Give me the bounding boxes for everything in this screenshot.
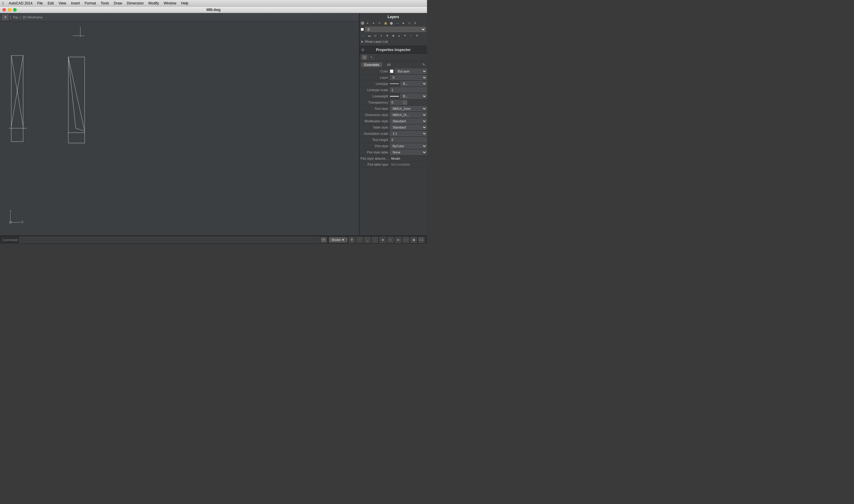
app-name[interactable]: AutoCAD 2014 xyxy=(8,1,32,5)
lineweight-select[interactable]: B... xyxy=(400,93,427,99)
layer-lineweight-btn[interactable]: ■ xyxy=(401,21,406,25)
linetype-scale-input[interactable] xyxy=(390,87,427,93)
maximize-button[interactable] xyxy=(13,8,17,12)
insert-menu[interactable]: Insert xyxy=(71,1,80,5)
pi-icon-pencil[interactable]: ✎ xyxy=(369,55,374,60)
layer-icon-6[interactable]: ◆ xyxy=(390,33,396,38)
layer-lock-btn[interactable]: 🔒 xyxy=(383,21,388,25)
prop-value-color: ByLayer xyxy=(390,69,427,74)
command-prompt: Command: ✕ xyxy=(2,237,327,243)
properties-inspector: Properties Inspector ☰ ✎ Essentials All … xyxy=(360,46,427,235)
multileader-style-select[interactable]: Standard xyxy=(390,119,427,124)
prop-row-annotation-scale: Annotation scale 1:1 xyxy=(360,131,427,137)
layer-icon-9[interactable]: + xyxy=(408,33,414,38)
table-style-select[interactable]: Standard xyxy=(390,125,427,130)
prop-row-text-style: Text style MM14_2mm xyxy=(360,106,427,112)
layer-icon-5[interactable]: ■ xyxy=(385,33,390,38)
color-select[interactable]: ByLayer xyxy=(395,69,427,74)
status-bar: Command: ✕ Model ▼ ╋ ⁝ ⎯ ⋮ ■ ◇ ◈ ― ▣ 1:1 xyxy=(0,235,427,244)
minimize-button[interactable] xyxy=(8,8,11,12)
model-tab-label: Model xyxy=(332,238,341,241)
text-style-select[interactable]: MM14_2mm xyxy=(390,106,427,111)
prop-row-layer: Layer 0 xyxy=(360,74,427,81)
ortho-icon[interactable]: ⎯ xyxy=(364,237,371,243)
tmodel-icon[interactable]: ▣ xyxy=(410,237,417,243)
layer-icon-2[interactable]: ▬ xyxy=(367,33,372,38)
show-layer-list-arrow: ▶ xyxy=(361,40,363,43)
layer-color-btn[interactable]: ⬤ xyxy=(389,21,394,25)
prop-value-lineweight: B... xyxy=(390,93,427,99)
svg-rect-4 xyxy=(68,57,85,143)
tools-menu[interactable]: Tools xyxy=(101,1,109,5)
layer-btn-2[interactable]: ● xyxy=(371,21,376,25)
apple-menu[interactable]:  xyxy=(2,1,4,6)
layer-freeze-btn[interactable]: ☀ xyxy=(377,21,382,25)
dynmode-icon[interactable]: ◈ xyxy=(395,237,402,243)
lineweight-icon[interactable]: ― xyxy=(403,237,409,243)
dimension-menu[interactable]: Dimension xyxy=(127,1,144,5)
prop-label-lineweight: Lineweight xyxy=(360,94,390,98)
text-height-input[interactable] xyxy=(390,137,427,143)
pi-icon-bar: ☰ ✎ xyxy=(360,54,427,61)
view-mode-label[interactable]: 2D Wireframe xyxy=(22,15,42,19)
grid-icon[interactable]: ⁝ xyxy=(356,237,363,243)
plot-style-table-select[interactable]: None xyxy=(390,149,427,155)
layers-toolbar-row1: ● ● ☀ 🔒 ⬤ — ■ ⎙ ⚙ xyxy=(360,20,427,26)
transparency-btn[interactable]: … xyxy=(402,100,407,105)
layer-icon-10[interactable]: ⚙ xyxy=(414,33,420,38)
cmd-close-btn[interactable]: ✕ xyxy=(321,237,327,242)
layer-icon-3[interactable]: ◎ xyxy=(373,33,378,38)
viewport[interactable]: ▼ | Top | 2D Wireframe xyxy=(0,13,359,235)
draw-menu[interactable]: Draw xyxy=(114,1,122,5)
osnap-icon[interactable]: ■ xyxy=(379,237,386,243)
layers-section: Layers ● ● ☀ 🔒 ⬤ — ■ ⎙ ⚙ 0 xyxy=(360,13,427,46)
window-menu[interactable]: Window xyxy=(164,1,176,5)
layer-icon-8[interactable]: ▼ xyxy=(402,33,408,38)
pi-tab-all[interactable]: All xyxy=(384,62,393,67)
linetype-line xyxy=(390,84,399,84)
prop-label-plot-table-type: Plot table type xyxy=(360,163,390,166)
view-menu[interactable]: View xyxy=(58,1,66,5)
pi-title: Properties Inspector xyxy=(376,48,411,52)
command-input[interactable] xyxy=(20,237,320,243)
layer-icon-4[interactable]: ● xyxy=(379,33,384,38)
layer-settings-btn[interactable]: ⚙ xyxy=(412,21,418,25)
scale-icon[interactable]: 1:1 xyxy=(418,237,425,243)
plot-style-select[interactable]: ByColor xyxy=(390,143,427,149)
pi-close-dot xyxy=(361,48,364,51)
pi-tab-essentials[interactable]: Essentials xyxy=(361,62,382,67)
right-panel: Layers ● ● ☀ 🔒 ⬤ — ■ ⎙ ⚙ 0 xyxy=(359,13,427,235)
annotation-scale-select[interactable]: 1:1 xyxy=(390,131,427,136)
viewport-canvas[interactable]: Y X 3216.9340, 10676.1524, 0.0000 xyxy=(0,21,359,235)
pi-edit-icon[interactable]: ✎ xyxy=(422,62,425,67)
polar-icon[interactable]: ⋮ xyxy=(372,237,378,243)
modify-menu[interactable]: Modify xyxy=(148,1,159,5)
vp-menu-btn[interactable]: ▼ xyxy=(2,15,8,20)
linetype-select[interactable]: B... xyxy=(400,81,427,86)
layer-name-select[interactable]: 0 xyxy=(365,27,426,32)
layer-select[interactable]: 0 xyxy=(390,75,427,80)
model-tab[interactable]: Model ▼ xyxy=(329,237,348,242)
layer-icon-1[interactable]: ◌ xyxy=(361,33,366,38)
layer-icon-7[interactable]: ▲ xyxy=(396,33,402,38)
scale-label: 1:1 xyxy=(419,238,424,241)
otrack-icon[interactable]: ◇ xyxy=(387,237,394,243)
prop-label-multileader-style: Multileader style xyxy=(360,119,390,123)
snap-icon[interactable]: ╋ xyxy=(349,237,355,243)
file-menu[interactable]: File xyxy=(37,1,43,5)
help-menu[interactable]: Help xyxy=(181,1,189,5)
close-button[interactable] xyxy=(2,8,6,12)
prop-label-color: Color xyxy=(360,70,390,73)
pi-icon-list[interactable]: ☰ xyxy=(361,55,367,60)
show-layer-list-row[interactable]: ▶ Show Layer List xyxy=(360,39,427,44)
command-label: Command: xyxy=(2,238,18,241)
layer-plot-btn[interactable]: ⎙ xyxy=(407,21,412,25)
transparency-input[interactable] xyxy=(390,100,402,105)
dim-style-select[interactable]: MM14_Di... xyxy=(390,112,427,118)
format-menu[interactable]: Format xyxy=(85,1,96,5)
prop-row-plot-style-table: Plot style table None xyxy=(360,149,427,156)
layer-btn-1[interactable]: ● xyxy=(365,21,370,25)
layer-linetype-btn[interactable]: — xyxy=(395,21,400,25)
view-top-label[interactable]: Top xyxy=(13,15,18,19)
edit-menu[interactable]: Edit xyxy=(48,1,54,5)
